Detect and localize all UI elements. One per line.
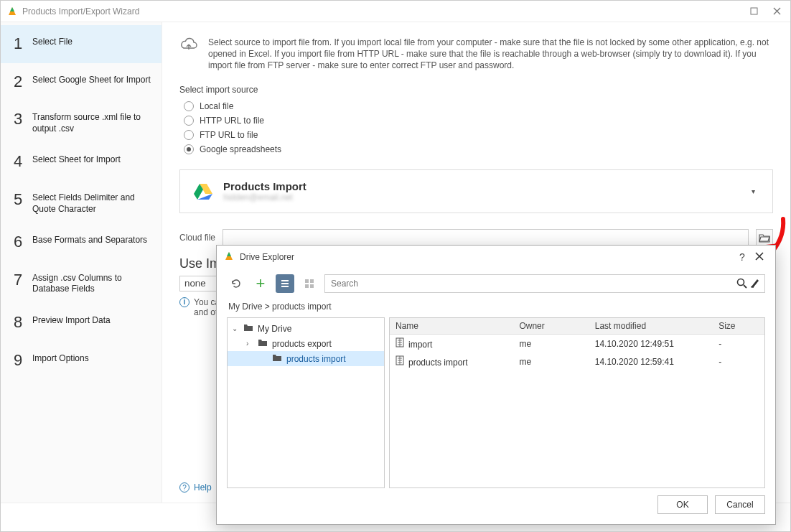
file-row[interactable]: products import me 14.10.2020 12:59:41 - [390,353,764,370]
chevron-down-icon[interactable]: ▾ [747,183,759,200]
folder-icon [258,338,268,349]
grid-header: Name Owner Last modified Size [390,318,764,335]
help-icon: ? [179,482,189,493]
radio-icon [184,116,194,126]
col-modified[interactable]: Last modified [589,318,713,334]
dialog-titlebar: Drive Explorer ? [217,246,775,269]
svg-point-9 [738,279,744,285]
drive-account-info: Products Import hidden@email.net [223,180,737,202]
step-1[interactable]: 1Select File [1,25,162,63]
browse-folder-button[interactable] [756,229,773,246]
dialog-footer: OK Cancel [217,488,775,524]
titlebar: Products Import/Export Wizard [1,1,790,22]
step-8[interactable]: 8Preview Import Data [1,304,162,342]
radio-google-spreadsheets[interactable]: Google spreadsheets [184,142,773,157]
window-controls [749,6,782,17]
grid-view-button[interactable] [300,274,319,293]
step-5[interactable]: 5Select Fields Delimiter and Quote Chara… [1,181,162,223]
svg-rect-10 [751,286,754,288]
drive-account-email: hidden@email.net [223,192,737,202]
source-radio-group: Local file HTTP URL to file FTP URL to f… [184,99,773,157]
app-icon [224,251,235,263]
ok-button[interactable]: OK [657,495,708,514]
tree-item-my-drive[interactable]: ⌄ My Drive [228,321,384,336]
drive-explorer-dialog: Drive Explorer ? + [216,245,776,525]
step-7[interactable]: 7Assign .csv Columns to Database Fields [1,261,162,304]
cloud-upload-icon [179,37,198,72]
intro-row: Select source to import file from. If yo… [179,37,773,72]
step-2[interactable]: 2Select Google Sheet for Import [1,63,162,101]
dialog-toolbar: + [217,269,775,297]
window-title: Products Import/Export Wizard [22,6,749,17]
cloud-file-label: Cloud file [179,233,215,243]
folder-tree: ⌄ My Drive › products export products im… [227,317,385,488]
col-owner[interactable]: Owner [513,318,589,334]
step-9[interactable]: 9Import Options [1,342,162,380]
file-grid: Name Owner Last modified Size import me … [389,317,765,488]
refresh-icon [230,278,242,289]
search-box [324,274,765,293]
svg-rect-8 [310,284,314,288]
dialog-help-icon[interactable]: ? [734,251,751,263]
cloud-file-input[interactable] [223,229,749,246]
grid-icon [304,279,314,289]
folder-icon [272,353,282,364]
list-view-button[interactable] [276,274,294,293]
refresh-button[interactable] [227,274,245,293]
wizard-window: Products Import/Export Wizard 1Select Fi… [0,0,791,532]
help-link[interactable]: ? Help [179,482,212,493]
clear-search-icon[interactable] [750,278,760,290]
google-drive-account-box[interactable]: Products Import hidden@email.net ▾ [179,169,773,213]
step-6[interactable]: 6Base Formats and Separators [1,223,162,261]
step-4[interactable]: 4Select Sheet for Import [1,143,162,181]
collapse-icon[interactable]: ⌄ [232,325,239,332]
col-name[interactable]: Name [390,318,513,334]
google-drive-icon [193,182,213,200]
app-icon [6,6,18,17]
tree-item-products-export[interactable]: › products export [228,336,384,351]
radio-http-url[interactable]: HTTP URL to file [184,113,773,128]
spreadsheet-icon [396,340,404,350]
info-icon: i [179,297,189,307]
wizard-steps-sidebar: 1Select File 2Select Google Sheet for Im… [1,22,162,503]
folder-open-icon [759,233,770,243]
svg-rect-7 [305,284,309,288]
maximize-icon[interactable] [749,6,759,17]
list-icon [280,279,290,289]
drive-account-name: Products Import [223,180,737,192]
spreadsheet-icon [396,358,404,368]
radio-icon [184,101,194,111]
col-size[interactable]: Size [713,318,764,334]
radio-ftp-url[interactable]: FTP URL to file [184,128,773,142]
search-icon[interactable] [736,277,747,291]
cancel-button[interactable]: Cancel [715,495,765,514]
folder-icon [243,323,253,334]
svg-rect-0 [751,8,757,14]
step-3[interactable]: 3Transform source .xml file to output .c… [1,101,162,143]
svg-rect-5 [305,279,309,283]
breadcrumb[interactable]: My Drive > products import [217,297,775,317]
file-row[interactable]: import me 14.10.2020 12:49:51 - [390,335,764,353]
radio-icon [184,130,194,140]
add-button[interactable]: + [251,274,270,293]
radio-local-file[interactable]: Local file [184,99,773,113]
svg-rect-6 [310,279,314,283]
source-label: Select import source [179,85,773,95]
search-input[interactable] [329,278,733,289]
intro-text: Select source to import file from. If yo… [208,37,773,72]
radio-icon [184,144,194,154]
dialog-close-icon[interactable] [751,251,768,263]
close-icon[interactable] [772,6,782,17]
tree-item-products-import[interactable]: products import [228,351,384,366]
cloud-file-row: Cloud file [179,229,773,246]
expand-icon[interactable]: › [246,340,253,347]
dialog-title: Drive Explorer [240,252,734,262]
